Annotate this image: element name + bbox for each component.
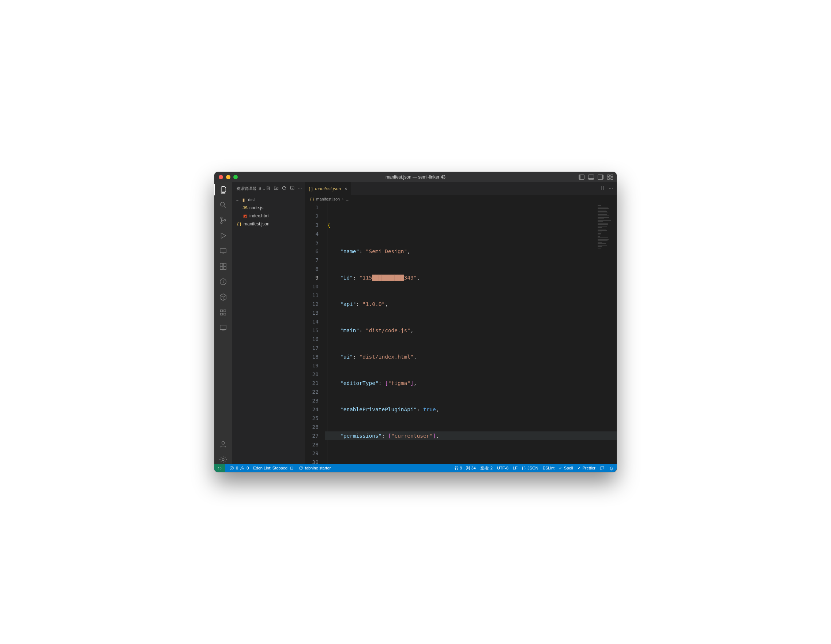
titlebar: manifest.json — semi-linker 43 (214, 172, 617, 182)
check-icon: ✓ (578, 466, 581, 470)
svg-rect-14 (220, 325, 226, 330)
warning-icon (240, 466, 245, 470)
collapse-all-icon[interactable] (290, 185, 295, 192)
svg-rect-20 (290, 467, 293, 469)
apps-icon[interactable] (219, 308, 228, 317)
run-debug-icon[interactable] (219, 231, 228, 240)
status-bar: 0 0 Eden Lint: Stopped tabnine starter 行… (214, 464, 617, 472)
folder-icon: ▮ (241, 198, 247, 202)
error-count: 0 (236, 466, 238, 470)
new-file-icon[interactable] (266, 185, 271, 192)
eden-lint-label: Eden Lint: Stopped (253, 466, 288, 470)
close-window[interactable] (219, 175, 223, 179)
svg-rect-4 (220, 249, 226, 253)
feedback-icon[interactable] (600, 466, 605, 470)
monitor-icon[interactable] (219, 324, 228, 332)
breadcrumb[interactable]: { } manifest.json › … (305, 195, 617, 203)
layout-controls (579, 175, 613, 180)
toggle-primary-sidebar-icon[interactable] (579, 175, 584, 180)
toggle-panel-icon[interactable] (588, 175, 594, 180)
eden-lint-status[interactable]: Eden Lint: Stopped (253, 466, 294, 470)
line-number-gutter: 1234567891011121314151617181920212223242… (305, 203, 325, 464)
svg-rect-5 (220, 263, 223, 266)
svg-point-3 (224, 220, 226, 222)
code-content: { "name": "Semi Design", "id": "115█████… (325, 203, 617, 464)
refresh-icon[interactable] (282, 185, 287, 192)
eol-status[interactable]: LF (513, 466, 517, 470)
chevron-down-icon: ⌄ (236, 197, 239, 202)
file-code-js[interactable]: JS code.js (232, 204, 305, 212)
file-label: code.js (250, 205, 263, 210)
tabnine-label: tabnine starter (305, 466, 331, 470)
file-index-html[interactable]: ◩ index.html (232, 212, 305, 220)
extensions-icon[interactable] (219, 262, 228, 271)
file-label: index.html (250, 213, 269, 218)
split-editor-icon[interactable] (599, 185, 604, 192)
problems-indicator[interactable]: 0 0 (229, 466, 249, 470)
editor-area: { } manifest.json × ⋯ { } manifest.json … (305, 182, 617, 464)
window-title: manifest.json — semi-linker 43 (214, 175, 617, 180)
braces-icon: { } (522, 466, 525, 470)
more-editor-actions-icon[interactable]: ⋯ (609, 186, 613, 191)
error-icon (229, 466, 234, 470)
editor-tabs: { } manifest.json × ⋯ (305, 182, 617, 195)
breadcrumb-file: manifest.json (316, 197, 340, 201)
js-file-icon: JS (242, 206, 248, 210)
cursor-position[interactable]: 行 9，列 34 (455, 465, 476, 471)
html-file-icon: ◩ (242, 214, 248, 218)
timeline-icon[interactable] (219, 277, 228, 286)
file-tree: ⌄ ▮ dist JS code.js ◩ index.html { } man… (232, 195, 305, 229)
toggle-secondary-sidebar-icon[interactable] (598, 175, 603, 180)
notifications-icon[interactable] (609, 466, 614, 470)
code-editor[interactable]: 1234567891011121314151617181920212223242… (305, 203, 617, 464)
tab-manifest-json[interactable]: { } manifest.json × (305, 182, 351, 195)
more-actions-icon[interactable]: ⋯ (298, 185, 302, 192)
remote-explorer-icon[interactable] (219, 247, 228, 255)
explorer-title: 资源管理器: S… (236, 186, 265, 191)
new-folder-icon[interactable] (274, 185, 279, 192)
svg-point-1 (221, 217, 222, 219)
minimize-window[interactable] (226, 175, 231, 179)
svg-rect-10 (221, 310, 223, 312)
explorer-sidebar: 资源管理器: S… ⋯ ⌄ ▮ dist JS code.js (232, 182, 305, 464)
settings-gear-icon[interactable] (219, 455, 228, 464)
activity-bar (214, 182, 232, 464)
customize-layout-icon[interactable] (607, 175, 613, 180)
breadcrumb-more: … (345, 197, 350, 201)
close-tab-icon[interactable]: × (345, 186, 347, 191)
search-icon[interactable] (219, 201, 228, 209)
svg-point-16 (222, 459, 224, 461)
explorer-header: 资源管理器: S… ⋯ (232, 182, 305, 195)
explorer-icon[interactable] (219, 185, 228, 194)
folder-dist[interactable]: ⌄ ▮ dist (232, 196, 305, 204)
remote-indicator[interactable] (214, 464, 225, 472)
language-mode[interactable]: { }JSON (522, 466, 538, 470)
prettier-status[interactable]: ✓Prettier (578, 466, 595, 470)
json-file-icon: { } (310, 197, 314, 201)
window-controls (219, 175, 238, 179)
eslint-status[interactable]: ESLint (543, 466, 554, 470)
accounts-icon[interactable] (219, 440, 228, 449)
zoom-window[interactable] (233, 175, 238, 179)
spell-status[interactable]: ✓Spell (559, 466, 573, 470)
app-window: manifest.json — semi-linker 43 (214, 172, 617, 472)
indentation-status[interactable]: 空格: 2 (480, 465, 493, 471)
remote-icon (217, 466, 222, 470)
cube-icon[interactable] (219, 293, 228, 301)
warning-count: 0 (247, 466, 249, 470)
svg-point-0 (221, 202, 224, 206)
encoding-status[interactable]: UTF-8 (497, 466, 508, 470)
sync-icon (298, 466, 303, 470)
svg-rect-13 (224, 313, 226, 316)
check-icon: ✓ (559, 466, 562, 470)
svg-rect-7 (220, 267, 223, 269)
tabnine-status[interactable]: tabnine starter (298, 466, 331, 470)
file-manifest-json[interactable]: { } manifest.json (232, 220, 305, 228)
file-label: manifest.json (244, 222, 269, 226)
tab-label: manifest.json (315, 186, 341, 191)
svg-rect-11 (224, 310, 226, 312)
source-control-icon[interactable] (219, 216, 228, 225)
stop-icon (289, 466, 294, 470)
svg-point-15 (222, 442, 224, 444)
svg-rect-8 (223, 267, 226, 269)
